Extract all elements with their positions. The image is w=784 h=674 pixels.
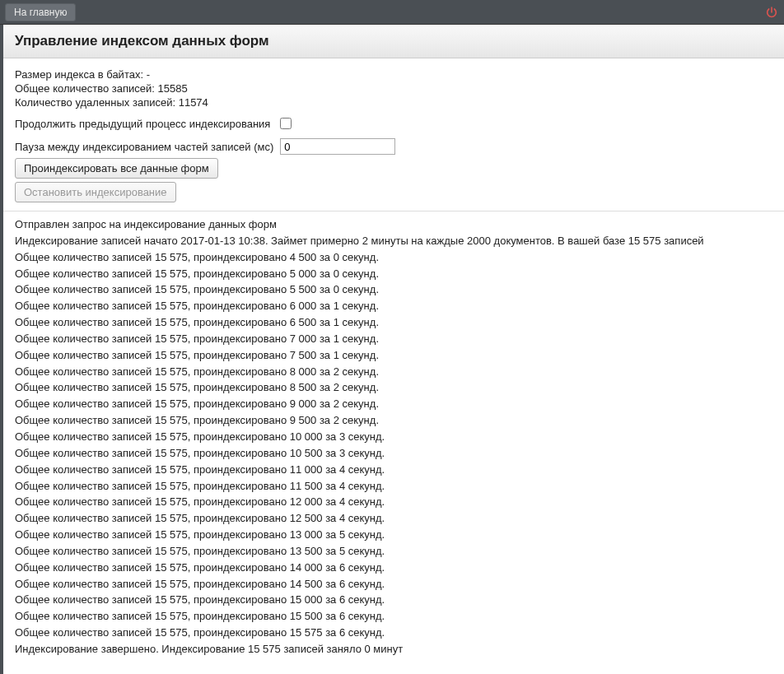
stat-total-records: Общее количество записей: 15585 bbox=[15, 82, 772, 95]
log-line: Общее количество записей 15 575, проинде… bbox=[15, 593, 772, 608]
log-line: Общее количество записей 15 575, проинде… bbox=[15, 446, 772, 462]
log-line: Общее количество записей 15 575, проинде… bbox=[15, 397, 772, 412]
log-line: Общее количество записей 15 575, проинде… bbox=[15, 332, 772, 347]
log-line: Общее количество записей 15 575, проинде… bbox=[15, 544, 772, 560]
stat-index-size: Размер индекса в байтах: - bbox=[15, 68, 772, 81]
log-area: Отправлен запрос на индексирование данны… bbox=[3, 211, 784, 674]
log-line: Индексирование записей начато 2017-01-13… bbox=[15, 234, 772, 249]
stat-label: Общее количество записей: bbox=[15, 82, 155, 95]
log-line: Индексирование завершено. Индексирование… bbox=[15, 642, 772, 658]
stat-deleted-records: Количество удаленных записей: 11574 bbox=[15, 96, 772, 109]
stat-value: 15585 bbox=[158, 82, 188, 95]
log-line: Общее количество записей 15 575, проинде… bbox=[15, 625, 772, 641]
continue-checkbox[interactable] bbox=[280, 118, 292, 129]
log-line: Общее количество записей 15 575, проинде… bbox=[15, 479, 772, 495]
index-button-row: Проиндексировать все данные форм bbox=[15, 158, 772, 179]
log-line: Общее количество записей 15 575, проинде… bbox=[15, 365, 772, 380]
log-line: Общее количество записей 15 575, проинде… bbox=[15, 380, 772, 396]
pause-label: Пауза между индексированием частей запис… bbox=[15, 141, 273, 153]
page-title: Управление индексом данных форм bbox=[15, 33, 772, 49]
log-line: Общее количество записей 15 575, проинде… bbox=[15, 430, 772, 445]
stop-index-button: Остановить индексирование bbox=[15, 182, 176, 202]
log-line: Общее количество записей 15 575, проинде… bbox=[15, 250, 772, 266]
pause-row: Пауза между индексированием частей запис… bbox=[15, 138, 772, 155]
stat-value: - bbox=[147, 68, 150, 81]
top-bar: На главную bbox=[0, 0, 784, 25]
log-line: Общее количество записей 15 575, проинде… bbox=[15, 299, 772, 314]
main-panel: Управление индексом данных форм Размер и… bbox=[0, 25, 784, 674]
log-line: Общее количество записей 15 575, проинде… bbox=[15, 577, 772, 593]
home-button[interactable]: На главную bbox=[5, 3, 76, 21]
log-line: Общее количество записей 15 575, проинде… bbox=[15, 511, 772, 527]
panel-header: Управление индексом данных форм bbox=[3, 25, 784, 58]
log-line: Общее количество записей 15 575, проинде… bbox=[15, 282, 772, 298]
log-line: Общее количество записей 15 575, проинде… bbox=[15, 315, 772, 331]
stat-label: Количество удаленных записей: bbox=[15, 96, 175, 109]
log-line: Общее количество записей 15 575, проинде… bbox=[15, 560, 772, 576]
stat-value: 11574 bbox=[179, 96, 208, 109]
continue-row: Продолжить предыдущий процесс индексиров… bbox=[15, 115, 772, 132]
continue-label: Продолжить предыдущий процесс индексиров… bbox=[15, 118, 270, 130]
stop-button-row: Остановить индексирование bbox=[15, 182, 772, 202]
log-line: Общее количество записей 15 575, проинде… bbox=[15, 528, 772, 543]
log-line: Общее количество записей 15 575, проинде… bbox=[15, 267, 772, 282]
log-line: Отправлен запрос на индексирование данны… bbox=[15, 217, 772, 233]
index-all-button[interactable]: Проиндексировать все данные форм bbox=[15, 158, 218, 179]
log-line: Общее количество записей 15 575, проинде… bbox=[15, 609, 772, 625]
log-line: Общее количество записей 15 575, проинде… bbox=[15, 413, 772, 429]
controls-section: Размер индекса в байтах: - Общее количес… bbox=[3, 58, 784, 211]
power-icon[interactable] bbox=[764, 5, 779, 20]
stat-label: Размер индекса в байтах: bbox=[15, 68, 143, 81]
log-line: Общее количество записей 15 575, проинде… bbox=[15, 495, 772, 510]
pause-input[interactable] bbox=[280, 138, 395, 155]
log-line: Общее количество записей 15 575, проинде… bbox=[15, 348, 772, 364]
log-line: Общее количество записей 15 575, проинде… bbox=[15, 463, 772, 478]
